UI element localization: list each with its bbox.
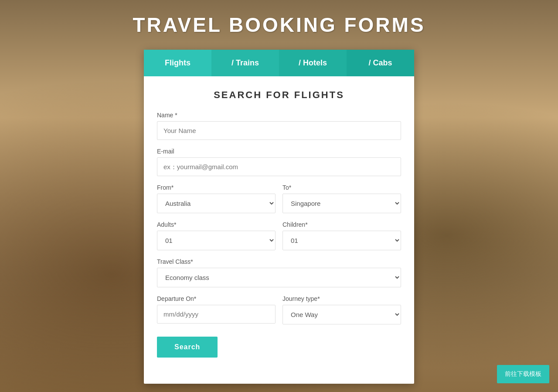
children-group: Children* 01 02 03 04 05: [282, 221, 401, 250]
download-bar[interactable]: 前往下载模板: [497, 365, 549, 383]
to-label: To*: [282, 184, 401, 191]
to-select[interactable]: Singapore Australia USA UK India Japan F…: [282, 194, 401, 213]
tab-flights[interactable]: Flights: [144, 50, 211, 76]
departure-input[interactable]: [157, 305, 276, 324]
from-to-row: From* Australia USA UK India Japan Franc…: [157, 184, 401, 221]
journey-select[interactable]: One Way Round Trip Multi City: [282, 305, 401, 324]
from-group: From* Australia USA UK India Japan Franc…: [157, 184, 276, 213]
tabs-container: Flights / Trains / Hotels / Cabs: [144, 50, 414, 76]
travel-class-group: Travel Class* Economy class Business cla…: [157, 258, 401, 287]
departure-group: Departure On*: [157, 295, 276, 324]
adults-group: Adults* 01 02 03 04 05: [157, 221, 276, 250]
adults-select[interactable]: 01 02 03 04 05: [157, 231, 276, 250]
travel-class-select[interactable]: Economy class Business class First class: [157, 268, 401, 287]
departure-label: Departure On*: [157, 295, 276, 302]
form-body: SEARCH FOR FLIGHTS Name * E-mail From* A…: [144, 76, 414, 366]
form-heading: SEARCH FOR FLIGHTS: [157, 89, 401, 101]
name-input[interactable]: [157, 121, 401, 140]
travel-class-label: Travel Class*: [157, 258, 401, 265]
search-button[interactable]: Search: [157, 337, 218, 358]
name-group: Name *: [157, 112, 401, 140]
tab-trains[interactable]: / Trains: [211, 50, 279, 76]
journey-group: Journey type* One Way Round Trip Multi C…: [282, 295, 401, 324]
name-label: Name *: [157, 112, 401, 119]
page-container: TRAVEL BOOKING FORMS Flights / Trains / …: [0, 0, 558, 384]
page-title: TRAVEL BOOKING FORMS: [133, 13, 425, 37]
email-label: E-mail: [157, 148, 401, 155]
tab-cabs[interactable]: / Cabs: [347, 50, 414, 76]
watermark: 访问鱼号社区bbs.xieniao.com免费下载更多内容: [0, 358, 558, 366]
journey-label: Journey type*: [282, 295, 401, 302]
email-input[interactable]: [157, 157, 401, 176]
from-select[interactable]: Australia USA UK India Japan France Germ…: [157, 194, 276, 213]
tab-hotels[interactable]: / Hotels: [279, 50, 347, 76]
form-card: Flights / Trains / Hotels / Cabs SEARCH …: [144, 50, 414, 384]
children-label: Children*: [282, 221, 401, 228]
adults-label: Adults*: [157, 221, 276, 228]
children-select[interactable]: 01 02 03 04 05: [282, 231, 401, 250]
adults-children-row: Adults* 01 02 03 04 05 Children* 01 02 0…: [157, 221, 401, 258]
to-group: To* Singapore Australia USA UK India Jap…: [282, 184, 401, 213]
from-label: From*: [157, 184, 276, 191]
email-group: E-mail: [157, 148, 401, 176]
departure-journey-row: Departure On* Journey type* One Way Roun…: [157, 295, 401, 332]
